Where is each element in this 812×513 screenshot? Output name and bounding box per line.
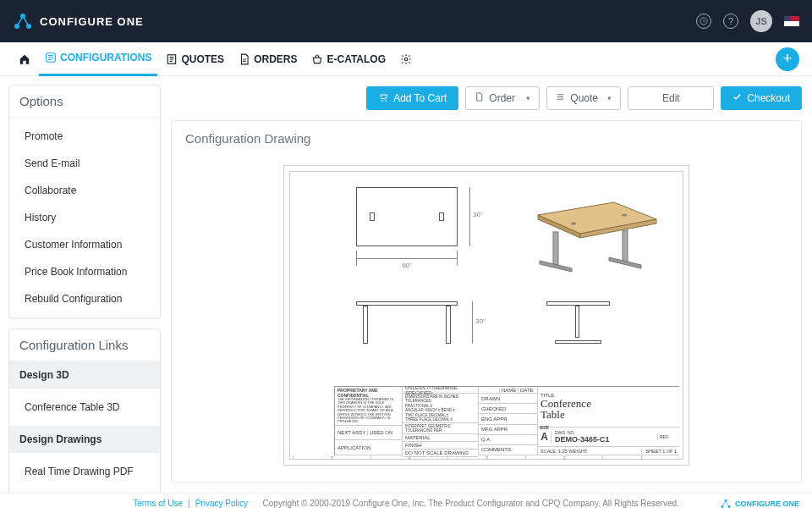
action-row: Add To Cart Order ▾ Quote ▾ Edit Checkou… (171, 86, 802, 110)
edit-button[interactable]: Edit (628, 86, 714, 110)
svg-rect-10 (553, 232, 558, 266)
nav-label: QUOTES (181, 53, 224, 65)
drawing-card: Configuration Drawing 60" 36" (171, 120, 802, 483)
drawing-front-view (356, 301, 458, 344)
quotes-icon (166, 53, 178, 65)
brand-logo-icon (13, 11, 33, 31)
nav-configurations[interactable]: CONFIGURATIONS (39, 42, 157, 76)
nav-left: CONFIGURATIONS QUOTES ORDERS E-CATALOG (13, 42, 418, 76)
option-promote[interactable]: Promote (9, 123, 160, 150)
link-realtime-pdf[interactable]: Real Time Drawing PDF (9, 456, 160, 487)
history-icon[interactable] (696, 14, 711, 29)
brand-name: CONFIGURE ONE (40, 15, 144, 28)
help-icon[interactable]: ? (723, 14, 738, 29)
topbar-right: ? JS (696, 10, 799, 32)
topbar: CONFIGURE ONE ? JS (0, 0, 812, 42)
svg-point-14 (571, 223, 576, 225)
config-links-title: Configuration Links (9, 329, 160, 361)
dimension-height: 30" (467, 301, 479, 344)
drawing-top-view (356, 187, 458, 246)
options-panel: Options Promote Send E-mail Collaborate … (8, 85, 161, 318)
add-to-cart-button[interactable]: Add To Cart (366, 86, 458, 110)
drawing-iso-view (521, 190, 665, 274)
list-icon (556, 92, 565, 104)
cart-icon (378, 92, 388, 105)
section-design-drawings[interactable]: Design Drawings (9, 426, 160, 453)
drawing-sheet: 60" 36" (283, 165, 689, 466)
config-links-panel: Configuration Links Design 3D Conference… (8, 328, 161, 493)
nav-orders[interactable]: ORDERS (233, 42, 303, 76)
chevron-down-icon: ▾ (526, 94, 530, 102)
button-label: Add To Cart (393, 92, 447, 104)
separator: | (188, 499, 190, 508)
orders-icon (239, 53, 250, 65)
svg-point-6 (404, 58, 408, 61)
quote-dropdown[interactable]: Quote ▾ (546, 86, 621, 110)
svg-point-15 (622, 214, 627, 217)
home-icon (19, 53, 30, 65)
button-label: Edit (662, 92, 680, 104)
main: Add To Cart Order ▾ Quote ▾ Edit Checkou… (169, 76, 812, 493)
svg-point-16 (721, 505, 723, 508)
brand: CONFIGURE ONE (13, 11, 144, 31)
user-avatar[interactable]: JS (750, 10, 772, 32)
svg-point-17 (728, 505, 731, 508)
navbar: CONFIGURATIONS QUOTES ORDERS E-CATALOG + (0, 42, 812, 76)
option-collaborate[interactable]: Collaborate (9, 177, 160, 204)
link-table-drawing[interactable]: Table Drawing (9, 487, 160, 493)
option-rebuild[interactable]: Rebuild Configuration (9, 285, 160, 312)
sidebar: Options Promote Send E-mail Collaborate … (0, 76, 169, 493)
drawing-side-view (546, 301, 610, 344)
basket-icon (311, 53, 323, 65)
button-label: Order (489, 92, 515, 104)
order-dropdown[interactable]: Order ▾ (465, 86, 540, 110)
privacy-link[interactable]: Privacy Policy (195, 499, 248, 508)
footer: Terms of Use | Privacy Policy Copyright … (0, 493, 812, 513)
button-label: Quote (570, 92, 598, 104)
check-icon (732, 92, 742, 104)
terms-link[interactable]: Terms of Use (133, 499, 183, 508)
chevron-down-icon: ▾ (607, 94, 612, 102)
document-icon (475, 92, 484, 104)
option-send-email[interactable]: Send E-mail (9, 150, 160, 177)
copyright-text: Copyright © 2000-2019 Configure One, Inc… (263, 499, 679, 508)
link-conference-table-3d[interactable]: Conference Table 3D (9, 392, 160, 422)
gear-icon (400, 53, 412, 65)
footer-logo: CONFIGURE ONE (720, 498, 799, 510)
configurations-icon (45, 52, 57, 63)
locale-flag-icon[interactable] (784, 16, 799, 26)
nav-home[interactable] (13, 42, 36, 76)
option-history[interactable]: History (9, 204, 160, 231)
option-customer-info[interactable]: Customer Information (9, 231, 160, 258)
drawing-card-title: Configuration Drawing (172, 121, 801, 156)
nav-settings[interactable] (394, 42, 418, 76)
dimension-depth: 36" (464, 187, 476, 246)
checkout-button[interactable]: Checkout (721, 86, 802, 110)
svg-marker-7 (538, 202, 656, 234)
section-design-3d[interactable]: Design 3D (9, 361, 160, 389)
nav-label: CONFIGURATIONS (60, 52, 151, 63)
content: Options Promote Send E-mail Collaborate … (0, 76, 812, 493)
nav-label: E-CATALOG (326, 53, 386, 65)
ruler: 54321 (293, 455, 680, 460)
button-label: Checkout (747, 92, 790, 104)
dimension-width: 60" (356, 253, 458, 265)
add-button[interactable]: + (776, 47, 799, 71)
options-title: Options (9, 86, 160, 118)
nav-ecatalog[interactable]: E-CATALOG (305, 42, 392, 76)
title-block: PROPRIETARY AND CONFIDENTIAL THE INFORMA… (334, 386, 679, 455)
option-price-book[interactable]: Price Book Information (9, 258, 160, 285)
nav-label: ORDERS (254, 53, 297, 65)
svg-rect-11 (623, 230, 628, 262)
nav-quotes[interactable]: QUOTES (160, 42, 230, 76)
